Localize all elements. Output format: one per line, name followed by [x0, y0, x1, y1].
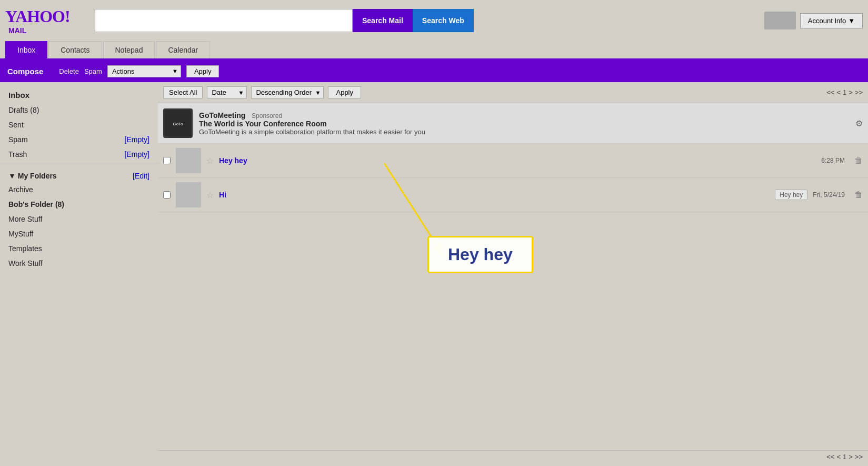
- sidebar-item-more-stuff[interactable]: More Stuff: [0, 212, 158, 226]
- sponsored-preview: GoToMeeting is a simple collaboration pl…: [199, 128, 849, 136]
- compose-button[interactable]: Compose: [7, 67, 43, 76]
- page-first-bottom[interactable]: <<: [826, 453, 834, 461]
- date-select-wrapper: Date From Subject ▼: [207, 86, 247, 98]
- logo-area: YAHOO! MAIL: [5, 7, 89, 35]
- delete-button[interactable]: Delete: [59, 67, 79, 75]
- actions-select[interactable]: Actions Mark as Read Mark as Unread Star…: [107, 65, 181, 77]
- chevron-down-icon: ▼: [848, 17, 855, 25]
- email-list: GoTo GoToMeeting Sponsored The World is …: [158, 103, 868, 450]
- sidebar-item-bobs-folder[interactable]: Bob's Folder (8): [0, 197, 158, 212]
- email-time-1: 6:28 PM: [821, 157, 845, 164]
- page-prev-bottom[interactable]: <: [836, 453, 841, 461]
- pagination-bottom: << < 1 > >>: [158, 450, 868, 463]
- main-layout: Inbox Drafts (8) Sent Spam [Empty] Trash…: [0, 82, 868, 463]
- sponsored-sender: GoToMeeting: [199, 111, 245, 120]
- tab-notepad[interactable]: Notepad: [103, 41, 155, 58]
- chevron-down-icon: ▼: [8, 172, 18, 180]
- email-tooltip-2: Hey hey: [775, 190, 807, 200]
- email-subject-2[interactable]: Hi: [219, 191, 770, 199]
- star-icon-1[interactable]: ☆: [206, 156, 214, 166]
- toolbar: Compose Delete Spam Actions Mark as Read…: [0, 60, 868, 82]
- star-icon-2[interactable]: ☆: [206, 190, 214, 200]
- header-right: Account Info ▼: [764, 12, 863, 29]
- delete-icon-1[interactable]: 🗑: [854, 156, 863, 165]
- avatar: [764, 12, 796, 29]
- email-subject-1[interactable]: Hey hey: [219, 156, 816, 165]
- tab-contacts[interactable]: Contacts: [48, 41, 102, 58]
- yahoo-logo: YAHOO! MAIL: [5, 7, 89, 35]
- sidebar-item-inbox[interactable]: Inbox: [0, 87, 158, 103]
- yahoo-wordmark: YAHOO!: [5, 7, 70, 26]
- sidebar-item-archive[interactable]: Archive: [0, 182, 158, 197]
- sponsored-content: GoToMeeting Sponsored The World is Your …: [199, 111, 849, 136]
- email-checkbox-2[interactable]: [163, 191, 171, 199]
- sponsored-logo: GoTo: [163, 108, 193, 138]
- email-row: ☆ Hey hey 6:28 PM 🗑: [158, 144, 868, 178]
- sponsored-tag: Sponsored: [252, 112, 282, 120]
- order-select-wrapper: Descending Order Ascending Order ▼: [251, 86, 324, 98]
- nav-tabs: Inbox Contacts Notepad Calendar: [0, 41, 868, 60]
- search-mail-button[interactable]: Search Mail: [353, 9, 413, 32]
- my-folders-label: ▼ My Folders: [8, 172, 57, 180]
- page-number-bottom: 1: [843, 453, 846, 461]
- sponsored-email-row: GoTo GoToMeeting Sponsored The World is …: [158, 103, 868, 144]
- date-select[interactable]: Date From Subject: [207, 86, 247, 98]
- header: YAHOO! MAIL Search Mail Search Web Accou…: [0, 0, 868, 41]
- tab-inbox[interactable]: Inbox: [5, 41, 47, 58]
- email-row: ☆ Hi Hey hey Fri, 5/24/19 🗑: [158, 178, 868, 212]
- sidebar-item-spam[interactable]: Spam [Empty]: [0, 132, 158, 147]
- page-last-bottom[interactable]: >>: [855, 453, 863, 461]
- page-number-top: 1: [843, 88, 846, 96]
- page-prev-top[interactable]: <: [836, 88, 841, 96]
- page-next-top[interactable]: >: [849, 88, 853, 96]
- filter-bar: Select All Date From Subject ▼ Descendin…: [158, 82, 868, 103]
- search-area: Search Mail Search Web: [95, 9, 516, 32]
- pagination-top: << < 1 > >>: [826, 88, 863, 96]
- email-time-2: Fri, 5/24/19: [813, 191, 845, 199]
- mail-wordmark: MAIL: [8, 26, 26, 35]
- sidebar-divider: [0, 164, 158, 164]
- search-web-button[interactable]: Search Web: [413, 9, 474, 32]
- folders-edit-link[interactable]: [Edit]: [133, 172, 149, 180]
- avatar-2: [176, 182, 201, 207]
- sponsored-settings-icon[interactable]: ⚙: [855, 118, 863, 128]
- content-area: Select All Date From Subject ▼ Descendin…: [158, 82, 868, 463]
- spam-button[interactable]: Spam: [84, 67, 102, 75]
- avatar-1: [176, 148, 201, 173]
- filter-apply-button[interactable]: Apply: [328, 86, 361, 98]
- sidebar-item-mystuff[interactable]: MyStuff: [0, 226, 158, 241]
- page-next-bottom[interactable]: >: [849, 453, 853, 461]
- sidebar-item-sent[interactable]: Sent: [0, 117, 158, 132]
- sidebar-item-drafts[interactable]: Drafts (8): [0, 103, 158, 117]
- sidebar-item-templates[interactable]: Templates: [0, 241, 158, 256]
- page-last-top[interactable]: >>: [855, 88, 863, 96]
- toolbar-apply-button[interactable]: Apply: [186, 65, 220, 77]
- svg-text:GoTo: GoTo: [173, 122, 183, 126]
- trash-empty-link[interactable]: [Empty]: [125, 150, 149, 158]
- gotomeeting-logo-icon: GoTo: [165, 110, 191, 136]
- sidebar-item-trash[interactable]: Trash [Empty]: [0, 147, 158, 162]
- sidebar: Inbox Drafts (8) Sent Spam [Empty] Trash…: [0, 82, 158, 463]
- select-all-button[interactable]: Select All: [163, 86, 203, 98]
- search-input[interactable]: [95, 9, 353, 32]
- sidebar-item-work-stuff[interactable]: Work Stuff: [0, 256, 158, 271]
- actions-wrapper: Actions Mark as Read Mark as Unread Star…: [107, 65, 181, 77]
- spam-empty-link[interactable]: [Empty]: [125, 135, 149, 144]
- my-folders-section: ▼ My Folders [Edit]: [0, 166, 158, 182]
- account-info-button[interactable]: Account Info ▼: [800, 13, 863, 28]
- tab-calendar[interactable]: Calendar: [156, 41, 210, 58]
- sponsored-subject[interactable]: The World is Your Conference Room: [199, 120, 849, 128]
- email-checkbox-1[interactable]: [163, 157, 171, 164]
- order-select[interactable]: Descending Order Ascending Order: [251, 86, 324, 98]
- delete-icon-2[interactable]: 🗑: [854, 190, 863, 200]
- page-first-top[interactable]: <<: [826, 88, 834, 96]
